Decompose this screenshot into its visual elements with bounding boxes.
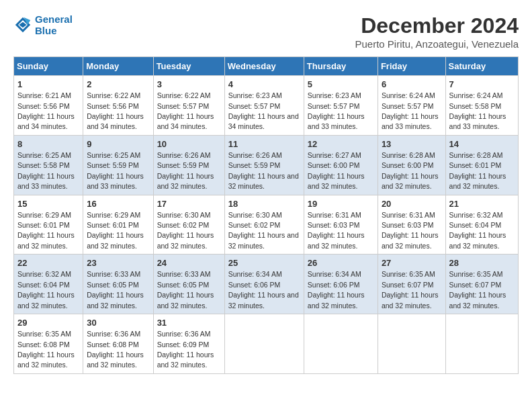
day-number: 11	[228, 138, 300, 150]
day-number: 9	[87, 138, 149, 150]
day-number: 7	[449, 79, 515, 91]
day-number: 31	[157, 317, 221, 329]
logo-icon	[13, 15, 32, 34]
calendar-cell: 10Sunrise: 6:26 AM Sunset: 5:59 PM Dayli…	[153, 135, 224, 195]
day-info: Sunrise: 6:29 AM Sunset: 6:01 PM Dayligh…	[87, 211, 144, 250]
calendar-cell: 6Sunrise: 6:24 AM Sunset: 5:57 PM Daylig…	[378, 76, 445, 136]
day-number: 30	[87, 317, 149, 329]
day-info: Sunrise: 6:26 AM Sunset: 5:59 PM Dayligh…	[157, 151, 214, 190]
col-header-thursday: Thursday	[304, 57, 378, 76]
day-number: 4	[228, 79, 300, 91]
calendar-cell: 3Sunrise: 6:22 AM Sunset: 5:57 PM Daylig…	[153, 76, 224, 136]
calendar-table: SundayMondayTuesdayWednesdayThursdayFrid…	[13, 56, 519, 374]
col-header-tuesday: Tuesday	[153, 57, 224, 76]
calendar-cell: 5Sunrise: 6:23 AM Sunset: 5:57 PM Daylig…	[304, 76, 378, 136]
week-row-1: 1Sunrise: 6:21 AM Sunset: 5:56 PM Daylig…	[14, 76, 519, 136]
day-number: 2	[87, 79, 149, 91]
day-info: Sunrise: 6:36 AM Sunset: 6:09 PM Dayligh…	[157, 330, 214, 369]
logo: General Blue	[13, 13, 73, 36]
day-info: Sunrise: 6:27 AM Sunset: 6:00 PM Dayligh…	[308, 151, 365, 190]
day-number: 27	[382, 257, 442, 269]
day-info: Sunrise: 6:32 AM Sunset: 6:04 PM Dayligh…	[449, 211, 506, 250]
calendar-cell: 8Sunrise: 6:25 AM Sunset: 5:58 PM Daylig…	[14, 135, 83, 195]
day-number: 10	[157, 138, 221, 150]
day-number: 6	[382, 79, 442, 91]
day-number: 25	[228, 257, 300, 269]
calendar-cell	[445, 314, 518, 374]
day-info: Sunrise: 6:25 AM Sunset: 5:59 PM Dayligh…	[87, 151, 144, 190]
col-header-friday: Friday	[378, 57, 445, 76]
day-number: 18	[228, 198, 300, 210]
calendar-cell	[304, 314, 378, 374]
week-row-5: 29Sunrise: 6:35 AM Sunset: 6:08 PM Dayli…	[14, 314, 519, 374]
week-row-2: 8Sunrise: 6:25 AM Sunset: 5:58 PM Daylig…	[14, 135, 519, 195]
calendar-cell	[224, 314, 304, 374]
day-number: 5	[308, 79, 374, 91]
day-info: Sunrise: 6:24 AM Sunset: 5:58 PM Dayligh…	[449, 91, 506, 130]
calendar-cell: 25Sunrise: 6:34 AM Sunset: 6:06 PM Dayli…	[224, 255, 304, 314]
calendar-cell: 21Sunrise: 6:32 AM Sunset: 6:04 PM Dayli…	[445, 195, 518, 255]
day-number: 19	[308, 198, 374, 210]
logo-text: General Blue	[35, 13, 73, 36]
calendar-cell: 31Sunrise: 6:36 AM Sunset: 6:09 PM Dayli…	[153, 314, 224, 374]
calendar-cell: 26Sunrise: 6:34 AM Sunset: 6:06 PM Dayli…	[304, 255, 378, 314]
day-info: Sunrise: 6:33 AM Sunset: 6:05 PM Dayligh…	[87, 270, 144, 309]
calendar-cell: 16Sunrise: 6:29 AM Sunset: 6:01 PM Dayli…	[83, 195, 153, 255]
calendar-cell: 17Sunrise: 6:30 AM Sunset: 6:02 PM Dayli…	[153, 195, 224, 255]
day-info: Sunrise: 6:36 AM Sunset: 6:08 PM Dayligh…	[87, 330, 144, 369]
day-number: 8	[17, 138, 79, 150]
col-header-sunday: Sunday	[14, 57, 83, 76]
day-number: 28	[449, 257, 515, 269]
day-number: 12	[308, 138, 374, 150]
day-info: Sunrise: 6:23 AM Sunset: 5:57 PM Dayligh…	[228, 91, 299, 130]
day-number: 16	[87, 198, 149, 210]
day-info: Sunrise: 6:35 AM Sunset: 6:08 PM Dayligh…	[17, 330, 75, 369]
day-number: 26	[308, 257, 374, 269]
day-info: Sunrise: 6:28 AM Sunset: 6:00 PM Dayligh…	[382, 151, 439, 190]
calendar-cell	[378, 314, 445, 374]
day-info: Sunrise: 6:23 AM Sunset: 5:57 PM Dayligh…	[308, 91, 365, 130]
day-number: 23	[87, 257, 149, 269]
day-info: Sunrise: 6:28 AM Sunset: 6:01 PM Dayligh…	[449, 151, 506, 190]
calendar-cell: 7Sunrise: 6:24 AM Sunset: 5:58 PM Daylig…	[445, 76, 518, 136]
day-number: 21	[449, 198, 515, 210]
page-subtitle: Puerto Piritu, Anzoategui, Venezuela	[355, 38, 519, 50]
day-info: Sunrise: 6:32 AM Sunset: 6:04 PM Dayligh…	[17, 270, 75, 309]
day-number: 14	[449, 138, 515, 150]
calendar-cell: 29Sunrise: 6:35 AM Sunset: 6:08 PM Dayli…	[14, 314, 83, 374]
day-info: Sunrise: 6:34 AM Sunset: 6:06 PM Dayligh…	[308, 270, 365, 309]
day-info: Sunrise: 6:25 AM Sunset: 5:58 PM Dayligh…	[17, 151, 75, 190]
page-title: December 2024	[355, 13, 519, 38]
col-header-saturday: Saturday	[445, 57, 518, 76]
day-info: Sunrise: 6:26 AM Sunset: 5:59 PM Dayligh…	[228, 151, 299, 190]
day-info: Sunrise: 6:24 AM Sunset: 5:57 PM Dayligh…	[382, 91, 439, 130]
calendar-cell: 19Sunrise: 6:31 AM Sunset: 6:03 PM Dayli…	[304, 195, 378, 255]
calendar-cell: 9Sunrise: 6:25 AM Sunset: 5:59 PM Daylig…	[83, 135, 153, 195]
calendar-cell: 28Sunrise: 6:35 AM Sunset: 6:07 PM Dayli…	[445, 255, 518, 314]
week-row-3: 15Sunrise: 6:29 AM Sunset: 6:01 PM Dayli…	[14, 195, 519, 255]
calendar-cell: 4Sunrise: 6:23 AM Sunset: 5:57 PM Daylig…	[224, 76, 304, 136]
day-number: 24	[157, 257, 221, 269]
calendar-cell: 24Sunrise: 6:33 AM Sunset: 6:05 PM Dayli…	[153, 255, 224, 314]
calendar-cell: 11Sunrise: 6:26 AM Sunset: 5:59 PM Dayli…	[224, 135, 304, 195]
page-header: General Blue December 2024 Puerto Piritu…	[13, 13, 519, 50]
day-info: Sunrise: 6:22 AM Sunset: 5:56 PM Dayligh…	[87, 91, 144, 130]
day-info: Sunrise: 6:29 AM Sunset: 6:01 PM Dayligh…	[17, 211, 75, 250]
calendar-cell: 18Sunrise: 6:30 AM Sunset: 6:02 PM Dayli…	[224, 195, 304, 255]
week-row-4: 22Sunrise: 6:32 AM Sunset: 6:04 PM Dayli…	[14, 255, 519, 314]
day-number: 15	[17, 198, 79, 210]
day-number: 29	[17, 317, 79, 329]
header-row: SundayMondayTuesdayWednesdayThursdayFrid…	[14, 57, 519, 76]
calendar-cell: 30Sunrise: 6:36 AM Sunset: 6:08 PM Dayli…	[83, 314, 153, 374]
calendar-cell: 14Sunrise: 6:28 AM Sunset: 6:01 PM Dayli…	[445, 135, 518, 195]
calendar-cell: 27Sunrise: 6:35 AM Sunset: 6:07 PM Dayli…	[378, 255, 445, 314]
day-info: Sunrise: 6:30 AM Sunset: 6:02 PM Dayligh…	[228, 211, 299, 250]
calendar-cell: 12Sunrise: 6:27 AM Sunset: 6:00 PM Dayli…	[304, 135, 378, 195]
day-info: Sunrise: 6:22 AM Sunset: 5:57 PM Dayligh…	[157, 91, 214, 130]
col-header-wednesday: Wednesday	[224, 57, 304, 76]
title-block: December 2024 Puerto Piritu, Anzoategui,…	[355, 13, 519, 50]
day-info: Sunrise: 6:35 AM Sunset: 6:07 PM Dayligh…	[449, 270, 506, 309]
calendar-cell: 2Sunrise: 6:22 AM Sunset: 5:56 PM Daylig…	[83, 76, 153, 136]
day-info: Sunrise: 6:30 AM Sunset: 6:02 PM Dayligh…	[157, 211, 214, 250]
day-number: 20	[382, 198, 442, 210]
